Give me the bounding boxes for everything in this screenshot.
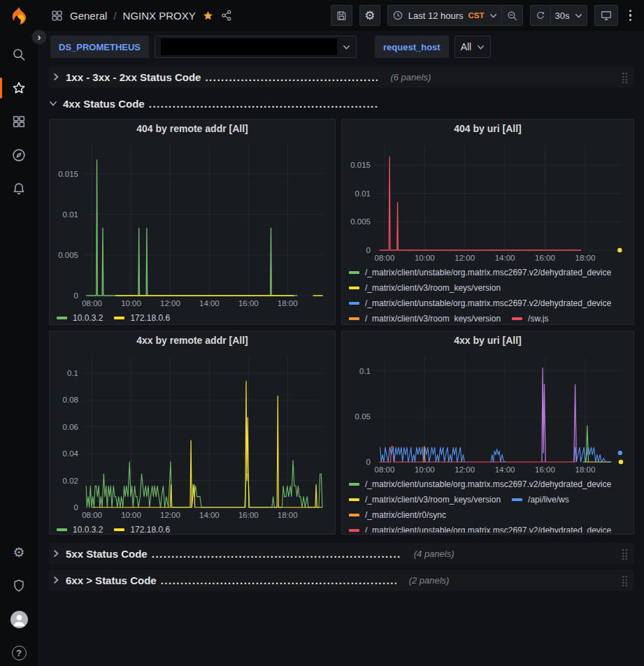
row-4xx[interactable]: 4xx Status Code ........................… [49,93,634,114]
row-title: 6xx > Status Code [66,574,157,586]
panel-legend: 10.0.3.2172.18.0.6 [55,523,329,533]
user-icon [10,611,28,628]
svg-text:18:00: 18:00 [575,465,596,474]
legend-item[interactable]: 172.18.0.6 [114,523,170,533]
refresh-interval-picker[interactable]: 30s [551,5,587,26]
legend-swatch [349,483,359,486]
chevron-right-icon [52,576,60,584]
row-6xx[interactable]: 6xx > Status Code ......................… [49,570,634,591]
legend-label: /_matrix/client/unstable/org.matrix.msc2… [365,526,611,533]
chart-canvas[interactable]: 08:0010:0012:0014:0016:0018:0000.020.040… [55,352,329,521]
svg-text:18:00: 18:00 [278,299,298,307]
timeseries-chart: 08:0010:0012:0014:0016:0018:0000.020.040… [55,352,329,521]
bell-icon [11,181,27,196]
chart-canvas[interactable]: 08:0010:0012:0014:0016:0018:0000.050.1 [348,352,628,476]
panel-legend: 10.0.3.2172.18.0.6 [55,311,329,323]
row-title: 1xx - 3xx - 2xx Status Code [66,71,201,83]
row-1xx-3xx-2xx[interactable]: 1xx - 3xx - 2xx Status Code ............… [49,66,634,87]
sidebar-bottom-group: ⚙ ? [0,535,38,666]
panel-grid: 404 by remote addr [All] 08:0010:0012:00… [49,119,634,535]
time-range-label: Last 12 hours [408,10,464,21]
dashboard-settings-button[interactable]: ⚙ [359,5,380,26]
panel-title[interactable]: 404 by remote addr [All] [55,123,329,140]
more-options-button[interactable] [625,7,636,24]
variable-select-ds-prometheus[interactable] [155,36,357,58]
zoom-out-time-button[interactable] [502,5,523,26]
legend-swatch [349,529,359,532]
sidebar-item-explore[interactable] [0,138,38,172]
sidebar-item-dashboards[interactable] [0,105,38,138]
legend-swatch [349,302,359,305]
breadcrumb-dashboard-title[interactable]: NGINX PROXY [123,10,196,22]
sidebar-item-help[interactable]: ? [0,636,38,666]
monitor-icon [600,9,613,22]
sidebar-item-configuration[interactable]: ⚙ [0,535,38,569]
legend-item[interactable]: 10.0.3.2 [57,523,103,533]
row-title-dots: ........................................… [152,548,401,560]
legend-item[interactable]: /_matrix/client/unstable/org.matrix.msc2… [349,523,611,533]
legend-label: /_matrix/client/v3/room_keys/version [365,283,501,293]
legend-item[interactable]: /_matrix/client/v3/room_keys/version [349,281,501,294]
legend-item[interactable]: /api/live/ws [512,493,569,506]
legend-item[interactable]: /_matrix/client/r0/sync [349,508,446,521]
row-drag-handle[interactable]: ⣿ [620,72,630,82]
panel-title[interactable]: 4xx by remote addr [All] [55,335,329,352]
panel-404-by-uri: 404 by uri [All] 08:0010:0012:0014:0016:… [341,119,634,325]
chart-canvas[interactable]: 08:0010:0012:0014:0016:0018:0000.0050.01… [348,140,628,264]
clock-icon [392,10,403,21]
panel-title[interactable]: 4xx by uri [All] [348,335,628,352]
timeseries-chart: 08:0010:0012:0014:0016:0018:0000.0050.01… [348,140,628,264]
legend-item[interactable]: /_matrix/client/unstable/org.matrix.msc2… [349,296,611,310]
panel-title[interactable]: 404 by uri [All] [348,123,628,140]
svg-text:18:00: 18:00 [278,511,298,519]
svg-text:0.01: 0.01 [63,210,78,219]
legend-swatch [349,514,359,516]
sidebar-item-server-admin[interactable] [0,569,38,602]
svg-text:08:00: 08:00 [375,465,395,474]
refresh-interval-label: 30s [555,10,570,21]
svg-text:0.08: 0.08 [63,396,78,404]
row-drag-handle[interactable]: ⣿ [620,575,630,586]
sidebar-item-alerting[interactable] [0,172,38,205]
chart-canvas[interactable]: 08:0010:0012:0014:0016:0018:0000.0050.01… [55,140,329,310]
sidebar-expand-button[interactable]: › [31,29,47,45]
panel-legend: /_matrix/client/unstable/org.matrix.msc2… [348,266,628,323]
save-dashboard-button[interactable] [331,5,352,26]
star-filled-icon[interactable] [202,10,214,22]
legend-item[interactable]: /_matrix/client/unstable/org.matrix.msc2… [349,477,611,491]
legend-item[interactable]: /_matrix/client/v3/room_keys/version [349,312,501,323]
svg-text:08:00: 08:00 [82,511,102,519]
timeseries-chart: 08:0010:0012:0014:0016:0018:0000.0050.01… [55,140,329,310]
breadcrumb-folder[interactable]: General [70,10,107,22]
sidebar: ⚙ ? [0,0,38,666]
legend-item[interactable]: /_matrix/client/unstable/org.matrix.msc2… [349,266,611,279]
sidebar-item-profile[interactable] [0,602,38,636]
row-5xx[interactable]: 5xx Status Code ........................… [49,543,634,564]
time-range-picker[interactable]: Last 12 hours CST [387,5,502,26]
share-icon[interactable] [220,9,233,22]
panel-4xx-by-remote-addr: 4xx by remote addr [All] 08:0010:0012:00… [49,331,336,535]
svg-text:0: 0 [74,503,78,512]
search-icon [11,47,27,62]
tv-mode-button[interactable] [594,5,618,26]
sidebar-item-starred[interactable] [0,71,38,105]
sidebar-item-search[interactable] [0,38,38,71]
panel-404-by-remote-addr: 404 by remote addr [All] 08:0010:0012:00… [49,119,336,325]
legend-item[interactable]: 172.18.0.6 [114,311,170,323]
svg-text:0.015: 0.015 [350,161,371,169]
row-title: 5xx Status Code [66,548,148,560]
grafana-logo-icon[interactable] [8,6,30,28]
svg-text:08:00: 08:00 [375,254,395,262]
timezone-label: CST [468,11,485,20]
svg-text:10:00: 10:00 [415,465,435,474]
legend-item[interactable]: /sw.js [512,312,548,323]
row-drag-handle[interactable]: ⣿ [620,549,630,559]
legend-item[interactable]: 10.0.3.2 [57,311,103,323]
legend-label: /_matrix/client/v3/room_keys/version [365,314,501,324]
gear-icon: ⚙ [13,546,24,559]
variable-select-request-host[interactable]: All [455,36,492,58]
refresh-button[interactable] [530,5,551,26]
row-panel-count: (6 panels) [390,72,431,82]
svg-text:16:00: 16:00 [535,465,555,474]
legend-item[interactable]: /_matrix/client/v3/room_keys/version [349,493,501,506]
